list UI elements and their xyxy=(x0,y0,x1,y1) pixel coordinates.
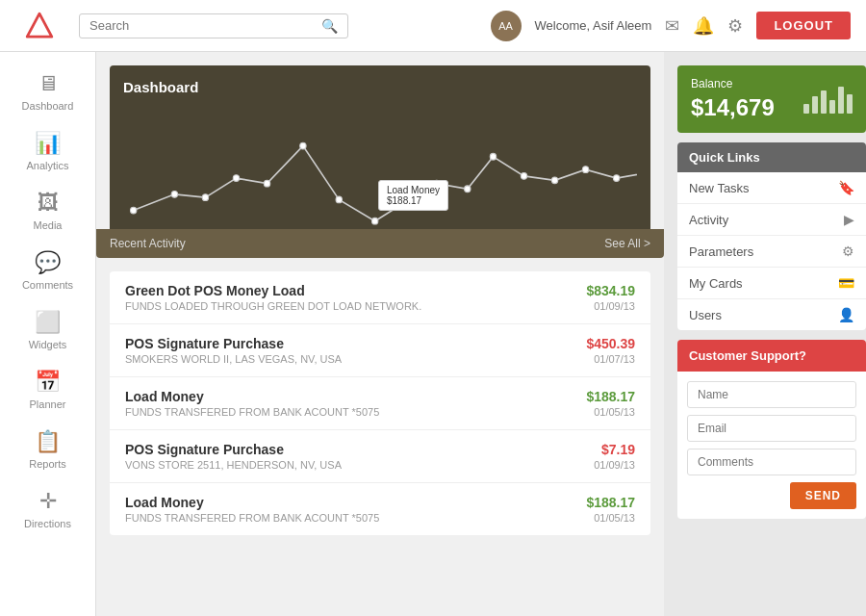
gear-icon[interactable]: ⚙ xyxy=(727,15,743,37)
bar-3 xyxy=(821,90,827,114)
sidebar-item-label: Planner xyxy=(30,398,66,410)
send-button[interactable]: SEND xyxy=(790,482,856,509)
bar-1 xyxy=(803,104,809,114)
svg-point-3 xyxy=(202,194,208,201)
tx-right: $834.19 01/09/13 xyxy=(586,283,635,312)
quick-link-label: Parameters xyxy=(689,244,753,259)
tx-date: 01/09/13 xyxy=(586,300,635,312)
sidebar-item-reports[interactable]: 📋 Reports xyxy=(0,420,95,479)
sidebar-item-label: Analytics xyxy=(26,160,68,171)
tx-amount: $188.17 xyxy=(586,495,635,510)
tx-amount: $7.19 xyxy=(594,442,635,457)
svg-point-14 xyxy=(551,177,557,184)
recent-activity-bar: Recent Activity See All > xyxy=(96,229,664,258)
welcome-text: Welcome, Asif Aleem xyxy=(535,18,652,33)
quick-link-item[interactable]: Users 👤 xyxy=(677,299,866,330)
search-icon: 🔍 xyxy=(321,18,338,34)
bar-4 xyxy=(829,100,835,114)
sidebar-item-comments[interactable]: 💬 Comments xyxy=(0,241,95,300)
support-email-input[interactable] xyxy=(687,415,856,442)
bell-icon[interactable]: 🔔 xyxy=(693,15,714,37)
sidebar-icon: 🖥 xyxy=(38,71,59,96)
balance-title: Balance xyxy=(691,77,775,90)
transaction-item: POS Signature Purchase VONS STORE 2511, … xyxy=(110,430,650,483)
quick-links-card: Quick Links New Tasks 🔖Activity ▶Paramet… xyxy=(677,142,866,330)
see-all-link[interactable]: See All > xyxy=(604,237,650,250)
sidebar-item-dashboard[interactable]: 🖥 Dashboard xyxy=(0,62,95,121)
right-panel: Balance $14,679 Quick Links New Tasks 🔖A… xyxy=(664,52,866,616)
app-header: 🔍 AA Welcome, Asif Aleem ✉ 🔔 ⚙ LOGOUT xyxy=(0,0,866,52)
bar-2 xyxy=(812,96,818,114)
sidebar-item-label: Directions xyxy=(24,518,71,529)
mail-icon[interactable]: ✉ xyxy=(665,15,679,37)
tx-date: 01/09/13 xyxy=(594,459,635,471)
tx-amount: $188.17 xyxy=(586,389,635,404)
sidebar-item-label: Widgets xyxy=(29,339,67,350)
quick-links-header: Quick Links xyxy=(677,142,866,172)
logout-button[interactable]: LOGOUT xyxy=(756,12,851,39)
bar-5 xyxy=(838,87,844,114)
sidebar: 🖥 Dashboard📊 Analytics🖼 Media💬 Comments⬜… xyxy=(0,52,96,616)
quick-link-item[interactable]: My Cards 💳 xyxy=(677,268,866,299)
main-layout: 🖥 Dashboard📊 Analytics🖼 Media💬 Comments⬜… xyxy=(0,52,866,616)
chart-area: Load Money $188.17 xyxy=(123,103,637,243)
quick-link-item[interactable]: New Tasks 🔖 xyxy=(677,172,866,204)
sidebar-icon: 💬 xyxy=(35,250,61,275)
quick-link-icon: ⚙ xyxy=(842,244,854,259)
tx-right: $7.19 01/09/13 xyxy=(594,442,635,471)
avatar: AA xyxy=(491,11,522,41)
quick-link-icon: 💳 xyxy=(838,275,854,291)
tx-right: $188.17 01/05/13 xyxy=(586,389,635,418)
svg-point-16 xyxy=(613,175,619,182)
app-logo xyxy=(15,11,64,41)
sidebar-item-widgets[interactable]: ⬜ Widgets xyxy=(0,300,95,360)
tx-left: POS Signature Purchase SMOKERS WORLD II,… xyxy=(125,336,586,365)
tx-title: Load Money xyxy=(125,389,586,404)
quick-link-label: Users xyxy=(689,308,722,322)
bar-6 xyxy=(847,94,853,114)
support-name-input[interactable] xyxy=(687,381,856,408)
sidebar-item-planner[interactable]: 📅 Planner xyxy=(0,360,95,420)
quick-link-icon: ▶ xyxy=(844,212,854,227)
header-right: AA Welcome, Asif Aleem ✉ 🔔 ⚙ LOGOUT xyxy=(491,11,851,41)
tx-title: POS Signature Purchase xyxy=(125,442,594,457)
transaction-list: Green Dot POS Money Load Funds loaded th… xyxy=(110,271,650,535)
sidebar-item-directions[interactable]: ✛ Directions xyxy=(0,479,95,539)
svg-point-5 xyxy=(264,180,269,187)
tx-date: 01/07/13 xyxy=(586,353,635,365)
support-comments-input[interactable] xyxy=(687,449,856,475)
search-input[interactable] xyxy=(89,18,318,33)
tx-date: 01/05/13 xyxy=(586,512,635,524)
tx-title: POS Signature Purchase xyxy=(125,336,586,351)
svg-point-15 xyxy=(582,167,588,173)
transaction-item: Load Money Funds Transfered From Bank Ac… xyxy=(110,483,650,535)
tx-amount: $450.39 xyxy=(586,336,635,351)
quick-link-item[interactable]: Parameters ⚙ xyxy=(677,236,866,268)
svg-point-13 xyxy=(521,173,526,180)
svg-point-6 xyxy=(300,142,306,149)
svg-point-1 xyxy=(130,207,136,214)
svg-point-2 xyxy=(171,191,177,197)
support-card: Customer Support? SEND xyxy=(677,340,866,519)
tx-subtitle: Funds Transfered From Bank Acount *5075 xyxy=(125,512,586,524)
sidebar-item-label: Media xyxy=(34,219,63,231)
dashboard-card: Dashboard xyxy=(110,65,650,258)
svg-point-4 xyxy=(233,175,239,182)
transaction-item: POS Signature Purchase SMOKERS WORLD II,… xyxy=(110,324,650,377)
sidebar-icon: 📊 xyxy=(35,131,61,156)
tx-right: $450.39 01/07/13 xyxy=(586,336,635,365)
sidebar-item-label: Comments xyxy=(22,279,73,291)
tooltip-label: Load Money xyxy=(387,185,440,195)
sidebar-item-media[interactable]: 🖼 Media xyxy=(0,181,95,241)
balance-amount: $14,679 xyxy=(691,94,775,121)
svg-point-7 xyxy=(336,196,342,203)
recent-activity-label: Recent Activity xyxy=(110,237,186,250)
sidebar-icon: 📅 xyxy=(35,370,61,395)
quick-link-icon: 👤 xyxy=(838,307,854,322)
quick-link-item[interactable]: Activity ▶ xyxy=(677,204,866,236)
balance-card: Balance $14,679 xyxy=(677,65,866,133)
svg-marker-0 xyxy=(27,13,52,37)
sidebar-item-analytics[interactable]: 📊 Analytics xyxy=(0,121,95,181)
svg-point-12 xyxy=(490,153,496,160)
search-bar[interactable]: 🔍 xyxy=(79,13,348,38)
